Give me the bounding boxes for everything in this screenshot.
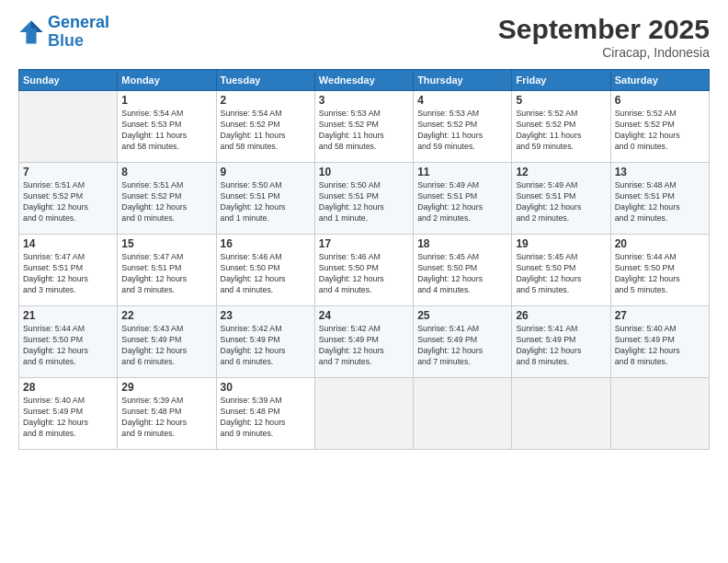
calendar-cell: 5Sunrise: 5:52 AM Sunset: 5:52 PM Daylig… <box>512 91 610 163</box>
calendar-cell: 25Sunrise: 5:41 AM Sunset: 5:49 PM Dayli… <box>414 306 512 378</box>
day-number: 29 <box>121 381 211 394</box>
logo-icon <box>18 19 44 45</box>
weekday-header-saturday: Saturday <box>610 70 709 91</box>
calendar-cell: 3Sunrise: 5:53 AM Sunset: 5:52 PM Daylig… <box>314 91 413 163</box>
day-number: 19 <box>516 237 606 250</box>
day-number: 12 <box>516 166 606 178</box>
logo: General Blue <box>18 14 109 51</box>
calendar-cell: 2Sunrise: 5:54 AM Sunset: 5:52 PM Daylig… <box>216 91 314 163</box>
calendar-cell: 22Sunrise: 5:43 AM Sunset: 5:49 PM Dayli… <box>118 306 216 378</box>
calendar-cell <box>314 378 413 450</box>
logo-line2: Blue <box>48 31 84 50</box>
calendar-cell <box>610 378 709 450</box>
day-info: Sunrise: 5:42 AM Sunset: 5:49 PM Dayligh… <box>319 324 409 368</box>
header: General Blue September 2025 Ciracap, Ind… <box>18 14 710 60</box>
day-number: 2 <box>221 94 311 107</box>
calendar-cell: 20Sunrise: 5:44 AM Sunset: 5:50 PM Dayli… <box>610 235 709 306</box>
calendar-cell: 1Sunrise: 5:54 AM Sunset: 5:53 PM Daylig… <box>118 91 216 163</box>
calendar-cell: 28Sunrise: 5:40 AM Sunset: 5:49 PM Dayli… <box>19 378 118 450</box>
calendar-cell: 19Sunrise: 5:45 AM Sunset: 5:50 PM Dayli… <box>512 235 610 306</box>
title-block: September 2025 Ciracap, Indonesia <box>498 14 710 60</box>
week-row-4: 21Sunrise: 5:44 AM Sunset: 5:50 PM Dayli… <box>19 306 710 378</box>
day-info: Sunrise: 5:47 AM Sunset: 5:51 PM Dayligh… <box>23 252 113 296</box>
calendar-cell: 12Sunrise: 5:49 AM Sunset: 5:51 PM Dayli… <box>512 163 610 235</box>
day-info: Sunrise: 5:49 AM Sunset: 5:51 PM Dayligh… <box>417 180 507 224</box>
day-number: 15 <box>121 237 211 250</box>
day-number: 25 <box>417 309 507 322</box>
day-info: Sunrise: 5:50 AM Sunset: 5:51 PM Dayligh… <box>221 180 311 224</box>
week-row-3: 14Sunrise: 5:47 AM Sunset: 5:51 PM Dayli… <box>19 235 710 306</box>
week-row-5: 28Sunrise: 5:40 AM Sunset: 5:49 PM Dayli… <box>19 378 710 450</box>
weekday-header-thursday: Thursday <box>414 70 512 91</box>
page: General Blue September 2025 Ciracap, Ind… <box>0 0 728 563</box>
day-number: 24 <box>319 309 409 322</box>
day-number: 4 <box>417 94 507 107</box>
day-info: Sunrise: 5:45 AM Sunset: 5:50 PM Dayligh… <box>417 252 507 296</box>
calendar-cell: 18Sunrise: 5:45 AM Sunset: 5:50 PM Dayli… <box>414 235 512 306</box>
day-info: Sunrise: 5:52 AM Sunset: 5:52 PM Dayligh… <box>516 109 606 153</box>
calendar-cell: 7Sunrise: 5:51 AM Sunset: 5:52 PM Daylig… <box>19 163 118 235</box>
calendar-cell: 8Sunrise: 5:51 AM Sunset: 5:52 PM Daylig… <box>118 163 216 235</box>
weekday-header-sunday: Sunday <box>19 70 118 91</box>
day-info: Sunrise: 5:46 AM Sunset: 5:50 PM Dayligh… <box>221 252 311 296</box>
day-number: 9 <box>221 166 311 178</box>
week-row-1: 1Sunrise: 5:54 AM Sunset: 5:53 PM Daylig… <box>19 91 710 163</box>
day-number: 30 <box>221 381 311 394</box>
day-info: Sunrise: 5:40 AM Sunset: 5:49 PM Dayligh… <box>615 324 705 368</box>
calendar-cell: 29Sunrise: 5:39 AM Sunset: 5:48 PM Dayli… <box>118 378 216 450</box>
day-number: 17 <box>319 237 409 250</box>
day-info: Sunrise: 5:39 AM Sunset: 5:48 PM Dayligh… <box>121 396 211 440</box>
day-info: Sunrise: 5:52 AM Sunset: 5:52 PM Dayligh… <box>615 109 705 153</box>
day-number: 10 <box>319 166 409 178</box>
day-number: 21 <box>23 309 113 322</box>
day-info: Sunrise: 5:51 AM Sunset: 5:52 PM Dayligh… <box>121 180 211 224</box>
logo-line1: General <box>48 13 109 31</box>
day-number: 6 <box>615 94 705 107</box>
day-number: 1 <box>121 94 211 107</box>
location-subtitle: Ciracap, Indonesia <box>498 45 710 60</box>
day-number: 18 <box>417 237 507 250</box>
calendar-cell: 26Sunrise: 5:41 AM Sunset: 5:49 PM Dayli… <box>512 306 610 378</box>
calendar-cell: 30Sunrise: 5:39 AM Sunset: 5:48 PM Dayli… <box>216 378 314 450</box>
day-number: 28 <box>23 381 113 394</box>
day-number: 27 <box>615 309 705 322</box>
week-row-2: 7Sunrise: 5:51 AM Sunset: 5:52 PM Daylig… <box>19 163 710 235</box>
calendar-cell: 13Sunrise: 5:48 AM Sunset: 5:51 PM Dayli… <box>610 163 709 235</box>
weekday-header-row: SundayMondayTuesdayWednesdayThursdayFrid… <box>19 70 710 91</box>
day-number: 13 <box>615 166 705 178</box>
logo-text: General Blue <box>48 14 109 51</box>
day-number: 23 <box>221 309 311 322</box>
calendar-cell <box>19 91 118 163</box>
day-info: Sunrise: 5:40 AM Sunset: 5:49 PM Dayligh… <box>23 396 113 440</box>
calendar-cell: 14Sunrise: 5:47 AM Sunset: 5:51 PM Dayli… <box>19 235 118 306</box>
day-info: Sunrise: 5:49 AM Sunset: 5:51 PM Dayligh… <box>516 180 606 224</box>
day-info: Sunrise: 5:54 AM Sunset: 5:52 PM Dayligh… <box>221 109 311 153</box>
calendar-cell: 24Sunrise: 5:42 AM Sunset: 5:49 PM Dayli… <box>314 306 413 378</box>
day-info: Sunrise: 5:46 AM Sunset: 5:50 PM Dayligh… <box>319 252 409 296</box>
day-number: 22 <box>121 309 211 322</box>
calendar-cell: 23Sunrise: 5:42 AM Sunset: 5:49 PM Dayli… <box>216 306 314 378</box>
day-info: Sunrise: 5:41 AM Sunset: 5:49 PM Dayligh… <box>417 324 507 368</box>
day-number: 14 <box>23 237 113 250</box>
calendar-cell: 4Sunrise: 5:53 AM Sunset: 5:52 PM Daylig… <box>414 91 512 163</box>
day-number: 20 <box>615 237 705 250</box>
day-info: Sunrise: 5:43 AM Sunset: 5:49 PM Dayligh… <box>121 324 211 368</box>
weekday-header-wednesday: Wednesday <box>314 70 413 91</box>
day-info: Sunrise: 5:39 AM Sunset: 5:48 PM Dayligh… <box>221 396 311 440</box>
day-info: Sunrise: 5:51 AM Sunset: 5:52 PM Dayligh… <box>23 180 113 224</box>
calendar-cell: 16Sunrise: 5:46 AM Sunset: 5:50 PM Dayli… <box>216 235 314 306</box>
calendar-cell: 27Sunrise: 5:40 AM Sunset: 5:49 PM Dayli… <box>610 306 709 378</box>
calendar-cell <box>414 378 512 450</box>
calendar-cell: 15Sunrise: 5:47 AM Sunset: 5:51 PM Dayli… <box>118 235 216 306</box>
day-info: Sunrise: 5:44 AM Sunset: 5:50 PM Dayligh… <box>615 252 705 296</box>
day-info: Sunrise: 5:42 AM Sunset: 5:49 PM Dayligh… <box>221 324 311 368</box>
day-number: 8 <box>121 166 211 178</box>
day-info: Sunrise: 5:45 AM Sunset: 5:50 PM Dayligh… <box>516 252 606 296</box>
day-info: Sunrise: 5:41 AM Sunset: 5:49 PM Dayligh… <box>516 324 606 368</box>
day-info: Sunrise: 5:44 AM Sunset: 5:50 PM Dayligh… <box>23 324 113 368</box>
day-number: 7 <box>23 166 113 178</box>
calendar-table: SundayMondayTuesdayWednesdayThursdayFrid… <box>18 69 710 450</box>
day-info: Sunrise: 5:54 AM Sunset: 5:53 PM Dayligh… <box>121 109 211 153</box>
weekday-header-tuesday: Tuesday <box>216 70 314 91</box>
weekday-header-monday: Monday <box>118 70 216 91</box>
